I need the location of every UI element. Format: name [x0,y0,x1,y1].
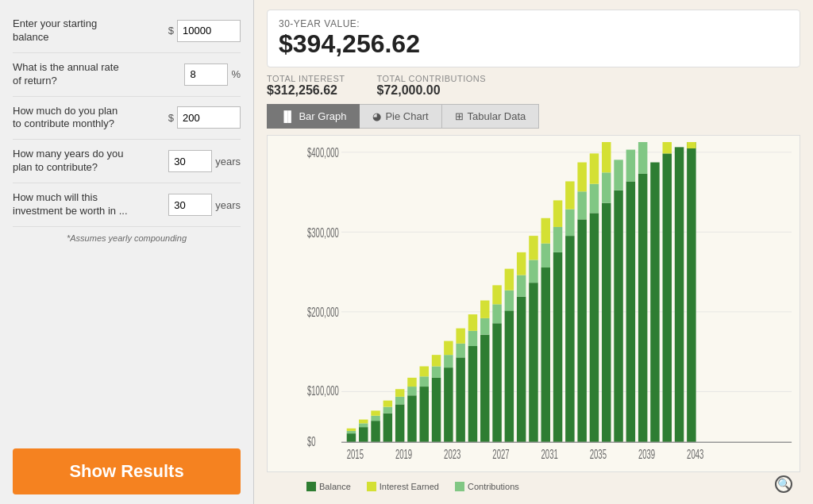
svg-rect-28 [420,387,429,442]
svg-rect-59 [541,244,550,267]
svg-rect-45 [480,301,489,318]
year-label: 30-YEAR VALUE: [279,18,788,29]
svg-rect-82 [650,163,659,443]
legend-balance-color [306,482,316,491]
bar-chart-icon: ▐▌ [280,110,295,122]
svg-rect-13 [359,427,368,442]
svg-rect-34 [444,367,453,442]
suffix-rate: % [231,68,241,80]
svg-rect-67 [577,219,586,442]
svg-rect-84 [663,142,672,153]
svg-rect-50 [505,290,514,311]
svg-rect-33 [432,355,441,366]
legend-interest-label: Interest Earned [380,482,439,491]
input-starting-balance[interactable] [177,20,241,42]
label-rate: What is the annual rate of return? [13,61,128,88]
svg-text:2023: 2023 [444,447,460,461]
suffix-years-contribute: years [215,156,241,167]
svg-text:2031: 2031 [541,447,558,461]
svg-rect-47 [492,304,501,323]
totals-row: TOTAL INTEREST $312,256.62 TOTAL CONTRIB… [267,74,800,98]
tab-pie-chart-label: Pie Chart [385,110,428,122]
zoom-button[interactable]: 🔍 [775,475,792,493]
legend-balance: Balance [306,482,351,491]
svg-rect-19 [383,414,392,443]
svg-rect-55 [529,283,538,442]
tabs: ▐▌ Bar Graph ◕ Pie Chart ⊞ Tabular Data [267,104,800,129]
svg-rect-60 [541,218,550,244]
total-contributions-value: $72,000.00 [376,83,486,98]
svg-rect-70 [590,213,599,442]
svg-text:2039: 2039 [638,447,655,461]
svg-rect-80 [638,174,647,442]
tab-pie-chart[interactable]: ◕ Pie Chart [360,104,441,129]
svg-rect-61 [553,252,562,442]
svg-text:2043: 2043 [687,447,703,461]
total-interest-item: TOTAL INTEREST $312,256.62 [267,74,345,98]
svg-rect-72 [590,153,599,183]
total-contributions-label: TOTAL CONTRIBUTIONS [376,74,486,83]
svg-rect-78 [626,181,635,442]
tab-bar-graph[interactable]: ▐▌ Bar Graph [267,104,360,129]
svg-rect-75 [602,142,611,172]
svg-rect-10 [347,433,356,442]
total-interest-label: TOTAL INTEREST [267,74,345,83]
svg-rect-73 [602,203,611,443]
svg-rect-31 [432,378,441,442]
svg-rect-15 [359,420,368,424]
pie-chart-icon: ◕ [372,110,381,122]
svg-rect-65 [565,210,574,237]
svg-text:$400,000: $400,000 [307,146,339,160]
svg-text:$100,000: $100,000 [307,384,339,398]
legend-interest-color [367,482,376,491]
form-row-years-worth: How much will this investment be worth i… [13,183,241,227]
prefix-starting-balance: $ [168,25,174,37]
svg-rect-62 [553,227,562,252]
legend-interest: Interest Earned [367,482,439,491]
form-fields: Enter your starting balance $ What is th… [13,10,241,227]
right-panel: 30-YEAR VALUE: $394,256.62 TOTAL INTERES… [254,0,813,504]
svg-rect-25 [407,395,416,442]
svg-rect-14 [359,423,368,427]
svg-rect-85 [675,147,684,442]
svg-rect-66 [565,181,574,209]
input-group-starting-balance: $ [168,20,241,42]
value-box: 30-YEAR VALUE: $394,256.62 [267,10,800,67]
svg-rect-54 [517,252,526,275]
svg-rect-52 [517,297,526,443]
svg-rect-26 [407,387,416,395]
svg-rect-35 [444,355,453,367]
show-results-button[interactable]: Show Results [13,448,241,494]
svg-rect-74 [602,172,611,202]
svg-rect-51 [505,269,514,290]
svg-rect-64 [565,236,574,442]
prefix-monthly: $ [168,112,174,124]
svg-text:2015: 2015 [347,447,364,461]
svg-rect-56 [529,260,538,283]
tab-tabular-data-label: Tabular Data [468,110,526,122]
chart-legend: Balance Interest Earned Contributions 🔍 [267,479,800,494]
svg-rect-69 [577,163,586,192]
svg-rect-68 [577,191,586,219]
svg-rect-21 [383,401,392,407]
svg-rect-38 [456,344,464,358]
tab-tabular-data[interactable]: ⊞ Tabular Data [442,104,540,129]
legend-contributions: Contributions [455,482,519,491]
suffix-years-worth: years [215,199,241,211]
input-rate[interactable] [184,63,228,86]
svg-rect-79 [626,150,635,182]
input-years-contribute[interactable] [168,150,212,172]
svg-text:$300,000: $300,000 [307,225,339,240]
svg-text:2027: 2027 [492,447,509,461]
input-monthly[interactable] [177,106,241,129]
form-row-rate: What is the annual rate of return? % [13,53,241,97]
input-years-worth[interactable] [168,194,212,216]
svg-rect-48 [492,285,501,304]
table-icon: ⊞ [455,110,464,122]
form-row-monthly: How much do you plan to contribute month… [13,97,241,140]
svg-rect-44 [480,318,489,335]
svg-rect-83 [663,153,672,442]
svg-rect-81 [638,142,647,174]
svg-rect-12 [347,429,356,431]
legend-balance-label: Balance [319,482,351,491]
